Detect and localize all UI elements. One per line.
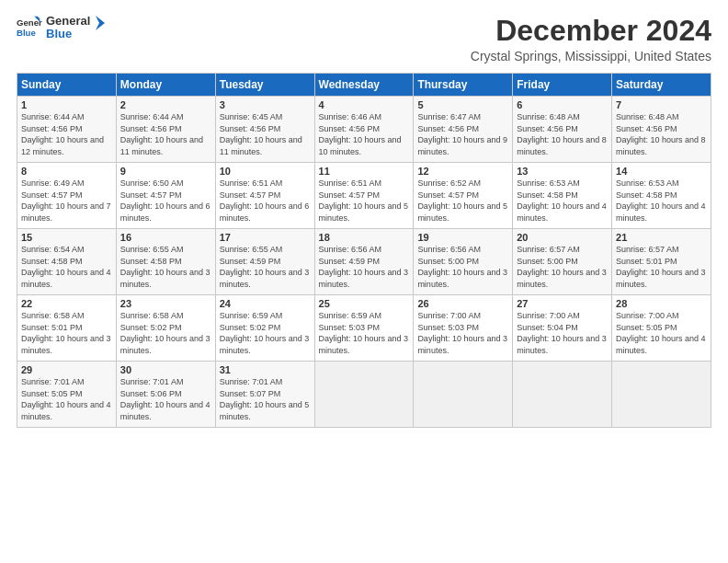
calendar-cell xyxy=(314,362,414,428)
calendar-row: 29 Sunrise: 7:01 AMSunset: 5:05 PMDaylig… xyxy=(17,362,711,428)
title-block: December 2024 Crystal Springs, Mississip… xyxy=(471,15,711,63)
logo-arrow-icon xyxy=(88,14,107,32)
header-row: Sunday Monday Tuesday Wednesday Thursday… xyxy=(17,74,711,97)
sunrise-text: Sunrise: 6:59 AMSunset: 5:03 PMDaylight:… xyxy=(319,311,409,355)
calendar-cell: 19 Sunrise: 6:56 AMSunset: 5:00 PMDaylig… xyxy=(414,229,513,295)
day-number: 5 xyxy=(417,99,508,110)
sunrise-text: Sunrise: 6:50 AMSunset: 4:57 PMDaylight:… xyxy=(120,178,210,223)
sunrise-text: Sunrise: 6:53 AMSunset: 4:58 PMDaylight:… xyxy=(517,178,607,223)
calendar-cell: 18 Sunrise: 6:56 AMSunset: 4:59 PMDaylig… xyxy=(314,229,414,295)
day-number: 20 xyxy=(517,232,608,243)
col-tuesday: Tuesday xyxy=(215,74,314,97)
calendar-cell: 29 Sunrise: 7:01 AMSunset: 5:05 PMDaylig… xyxy=(17,362,117,428)
day-number: 23 xyxy=(120,298,211,309)
logo: General Blue General Blue xyxy=(17,15,107,41)
calendar-row: 22 Sunrise: 6:58 AMSunset: 5:01 PMDaylig… xyxy=(17,295,711,362)
logo-blue: Blue xyxy=(46,28,90,40)
sunrise-text: Sunrise: 6:59 AMSunset: 5:02 PMDaylight:… xyxy=(220,311,310,355)
calendar-cell xyxy=(513,362,612,428)
sunrise-text: Sunrise: 6:44 AMSunset: 4:56 PMDaylight:… xyxy=(120,112,203,156)
sunrise-text: Sunrise: 6:56 AMSunset: 5:00 PMDaylight:… xyxy=(417,245,507,289)
day-number: 9 xyxy=(120,166,211,177)
calendar-cell: 31 Sunrise: 7:01 AMSunset: 5:07 PMDaylig… xyxy=(215,362,314,428)
sunrise-text: Sunrise: 6:58 AMSunset: 5:02 PMDaylight:… xyxy=(120,311,210,355)
sunrise-text: Sunrise: 7:01 AMSunset: 5:06 PMDaylight:… xyxy=(120,377,210,421)
day-number: 15 xyxy=(21,232,112,243)
calendar-cell xyxy=(612,362,711,428)
sunrise-text: Sunrise: 6:48 AMSunset: 4:56 PMDaylight:… xyxy=(517,112,607,156)
sunrise-text: Sunrise: 7:00 AMSunset: 5:04 PMDaylight:… xyxy=(517,311,607,355)
day-number: 2 xyxy=(120,99,211,110)
calendar-cell: 8 Sunrise: 6:49 AMSunset: 4:57 PMDayligh… xyxy=(17,163,117,229)
calendar-cell xyxy=(414,362,513,428)
calendar-cell: 24 Sunrise: 6:59 AMSunset: 5:02 PMDaylig… xyxy=(215,295,314,362)
calendar-table: Sunday Monday Tuesday Wednesday Thursday… xyxy=(17,73,711,428)
calendar-cell: 21 Sunrise: 6:57 AMSunset: 5:01 PMDaylig… xyxy=(612,229,711,295)
sunrise-text: Sunrise: 7:01 AMSunset: 5:07 PMDaylight:… xyxy=(220,377,310,421)
sunrise-text: Sunrise: 6:48 AMSunset: 4:56 PMDaylight:… xyxy=(616,112,706,156)
day-number: 11 xyxy=(319,166,410,177)
sunrise-text: Sunrise: 7:00 AMSunset: 5:05 PMDaylight:… xyxy=(616,311,706,355)
calendar-cell: 12 Sunrise: 6:52 AMSunset: 4:57 PMDaylig… xyxy=(414,163,513,229)
sunrise-text: Sunrise: 6:46 AMSunset: 4:56 PMDaylight:… xyxy=(319,112,402,156)
sunrise-text: Sunrise: 6:44 AMSunset: 4:56 PMDaylight:… xyxy=(21,112,104,156)
location: Crystal Springs, Mississippi, United Sta… xyxy=(471,49,711,63)
day-number: 31 xyxy=(220,364,311,375)
calendar-cell: 26 Sunrise: 7:00 AMSunset: 5:03 PMDaylig… xyxy=(414,295,513,362)
day-number: 26 xyxy=(417,298,508,309)
calendar-cell: 28 Sunrise: 7:00 AMSunset: 5:05 PMDaylig… xyxy=(612,295,711,362)
col-thursday: Thursday xyxy=(414,74,513,97)
sunrise-text: Sunrise: 6:47 AMSunset: 4:56 PMDaylight:… xyxy=(417,112,507,156)
calendar-cell: 9 Sunrise: 6:50 AMSunset: 4:57 PMDayligh… xyxy=(116,163,215,229)
calendar-cell: 1 Sunrise: 6:44 AMSunset: 4:56 PMDayligh… xyxy=(17,97,117,163)
calendar-cell: 27 Sunrise: 7:00 AMSunset: 5:04 PMDaylig… xyxy=(513,295,612,362)
day-number: 24 xyxy=(220,298,311,309)
sunrise-text: Sunrise: 6:55 AMSunset: 4:59 PMDaylight:… xyxy=(220,245,310,289)
calendar-cell: 20 Sunrise: 6:57 AMSunset: 5:00 PMDaylig… xyxy=(513,229,612,295)
month-title: December 2024 xyxy=(471,15,711,47)
header: General Blue General Blue December 2024 … xyxy=(17,15,711,63)
sunrise-text: Sunrise: 6:51 AMSunset: 4:57 PMDaylight:… xyxy=(220,178,310,223)
day-number: 25 xyxy=(319,298,410,309)
col-saturday: Saturday xyxy=(612,74,711,97)
sunrise-text: Sunrise: 6:45 AMSunset: 4:56 PMDaylight:… xyxy=(220,112,302,156)
col-wednesday: Wednesday xyxy=(314,74,414,97)
day-number: 28 xyxy=(616,298,707,309)
svg-marker-4 xyxy=(96,16,105,30)
day-number: 27 xyxy=(517,298,608,309)
calendar-cell: 6 Sunrise: 6:48 AMSunset: 4:56 PMDayligh… xyxy=(513,97,612,163)
calendar-cell: 4 Sunrise: 6:46 AMSunset: 4:56 PMDayligh… xyxy=(314,97,414,163)
col-monday: Monday xyxy=(116,74,215,97)
day-number: 18 xyxy=(319,232,410,243)
day-number: 10 xyxy=(220,166,311,177)
sunrise-text: Sunrise: 6:54 AMSunset: 4:58 PMDaylight:… xyxy=(21,245,111,289)
calendar-cell: 5 Sunrise: 6:47 AMSunset: 4:56 PMDayligh… xyxy=(414,97,513,163)
calendar-cell: 15 Sunrise: 6:54 AMSunset: 4:58 PMDaylig… xyxy=(17,229,117,295)
calendar-cell: 13 Sunrise: 6:53 AMSunset: 4:58 PMDaylig… xyxy=(513,163,612,229)
day-number: 16 xyxy=(120,232,211,243)
day-number: 17 xyxy=(220,232,311,243)
day-number: 6 xyxy=(517,99,608,110)
day-number: 30 xyxy=(120,364,211,375)
day-number: 22 xyxy=(21,298,112,309)
calendar-cell: 16 Sunrise: 6:55 AMSunset: 4:58 PMDaylig… xyxy=(116,229,215,295)
sunrise-text: Sunrise: 6:57 AMSunset: 5:00 PMDaylight:… xyxy=(517,245,607,289)
day-number: 1 xyxy=(21,99,112,110)
calendar-cell: 17 Sunrise: 6:55 AMSunset: 4:59 PMDaylig… xyxy=(215,229,314,295)
sunrise-text: Sunrise: 6:51 AMSunset: 4:57 PMDaylight:… xyxy=(319,178,409,223)
calendar-row: 1 Sunrise: 6:44 AMSunset: 4:56 PMDayligh… xyxy=(17,97,711,163)
calendar-cell: 7 Sunrise: 6:48 AMSunset: 4:56 PMDayligh… xyxy=(612,97,711,163)
logo-icon: General Blue xyxy=(17,15,42,40)
calendar-cell: 22 Sunrise: 6:58 AMSunset: 5:01 PMDaylig… xyxy=(17,295,117,362)
calendar-cell: 23 Sunrise: 6:58 AMSunset: 5:02 PMDaylig… xyxy=(116,295,215,362)
day-number: 3 xyxy=(220,99,311,110)
sunrise-text: Sunrise: 6:56 AMSunset: 4:59 PMDaylight:… xyxy=(319,245,409,289)
calendar-cell: 30 Sunrise: 7:01 AMSunset: 5:06 PMDaylig… xyxy=(116,362,215,428)
calendar-row: 15 Sunrise: 6:54 AMSunset: 4:58 PMDaylig… xyxy=(17,229,711,295)
calendar-cell: 11 Sunrise: 6:51 AMSunset: 4:57 PMDaylig… xyxy=(314,163,414,229)
calendar-cell: 10 Sunrise: 6:51 AMSunset: 4:57 PMDaylig… xyxy=(215,163,314,229)
sunrise-text: Sunrise: 6:49 AMSunset: 4:57 PMDaylight:… xyxy=(21,178,111,223)
sunrise-text: Sunrise: 6:57 AMSunset: 5:01 PMDaylight:… xyxy=(616,245,706,289)
calendar-cell: 3 Sunrise: 6:45 AMSunset: 4:56 PMDayligh… xyxy=(215,97,314,163)
logo-general: General xyxy=(46,15,90,28)
